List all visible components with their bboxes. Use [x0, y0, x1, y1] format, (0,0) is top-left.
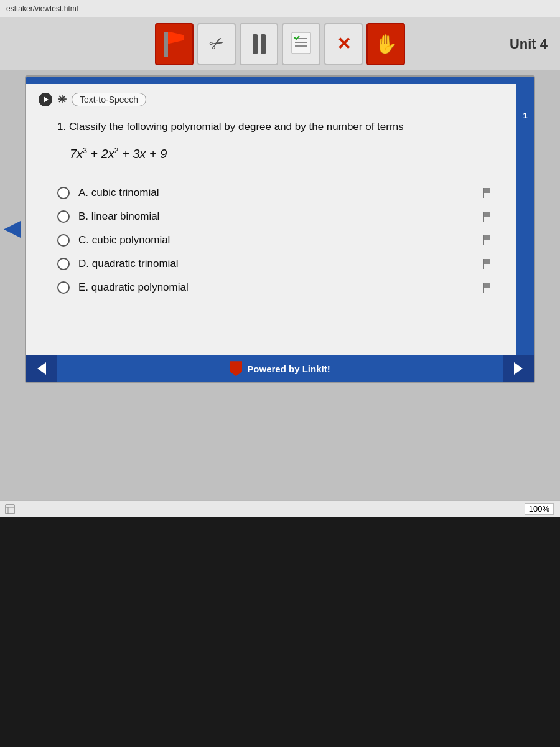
polynomial-expression: 7x3 + 2x2 + 3x + 9 — [70, 146, 515, 161]
pause-tool-button[interactable] — [240, 23, 278, 65]
main-content-area: 1 ✳ Text-to-Speech 1. Classify the follo… — [25, 75, 535, 383]
flag-small-icon-e — [482, 283, 490, 293]
black-bottom-area — [0, 517, 560, 747]
hand-icon: ✋ — [375, 33, 398, 55]
content-header-bar — [26, 77, 534, 84]
tts-bar: ✳ Text-to-Speech — [26, 84, 534, 113]
status-icon-1 — [5, 504, 15, 514]
linkit-icon — [230, 361, 242, 376]
checklist-tool-button[interactable] — [282, 23, 320, 65]
choice-row-a: A. cubic trinomial — [57, 187, 515, 199]
pause-icon — [253, 34, 266, 54]
status-icons — [5, 504, 19, 514]
choice-flag-d[interactable] — [482, 258, 490, 270]
browser-bar: esttaker/viewtest.html — [0, 0, 560, 17]
checklist-icon — [291, 31, 312, 57]
x-icon: ✕ — [337, 34, 351, 54]
choice-text-e: E. quadratic polynomial — [78, 281, 189, 294]
choice-radio-e[interactable] — [57, 281, 70, 294]
flag-icon — [162, 35, 187, 54]
choice-row-e: E. quadratic polynomial — [57, 281, 515, 294]
choice-radio-a[interactable] — [57, 187, 70, 199]
x-tool-button[interactable]: ✕ — [324, 23, 363, 65]
choice-text-c: C. cubic polynomial — [78, 234, 170, 247]
toolbar: ✂ ✕ ✋ Unit 4 — [0, 17, 560, 70]
choice-row-d: D. quadratic trinomial — [57, 258, 515, 270]
choice-radio-b[interactable] — [57, 210, 70, 223]
choice-row-b: B. linear binomial — [57, 210, 515, 223]
flag-tool-button[interactable] — [155, 23, 194, 65]
question-number-sidebar: 1 — [516, 77, 534, 382]
choice-text-a: A. cubic trinomial — [78, 187, 159, 199]
scissors-icon: ✂ — [205, 31, 228, 56]
question-number: 1. — [57, 121, 66, 133]
zoom-level: 100% — [525, 503, 554, 515]
question-text: 1. Classify the following polynomial by … — [57, 119, 515, 135]
tts-asterisk-icon: ✳ — [57, 93, 67, 106]
browser-url: esttaker/viewtest.html — [6, 4, 78, 13]
tts-play-button[interactable] — [39, 93, 52, 106]
svg-rect-4 — [6, 505, 14, 514]
choice-text-b: B. linear binomial — [78, 210, 159, 223]
next-button[interactable] — [503, 355, 534, 382]
content-wrapper: 1 ✳ Text-to-Speech 1. Classify the follo… — [12, 75, 548, 383]
scissors-tool-button[interactable]: ✂ — [197, 23, 236, 65]
flag-small-icon-c — [482, 235, 490, 245]
choice-text-d: D. quadratic trinomial — [78, 258, 179, 270]
question-body: Classify the following polynomial by deg… — [69, 121, 404, 133]
choices-area: A. cubic trinomial B. linear binomial C.… — [26, 187, 534, 355]
unit-label: Unit 4 — [510, 36, 548, 52]
status-divider — [19, 504, 19, 514]
choice-flag-b[interactable] — [482, 211, 490, 222]
tts-label[interactable]: Text-to-Speech — [72, 93, 146, 106]
left-nav-arrow[interactable] — [4, 221, 21, 238]
choice-row-c: C. cubic polynomial — [57, 234, 515, 247]
flag-small-icon-b — [482, 212, 490, 222]
powered-by-text: Powered by LinkIt! — [230, 361, 330, 376]
hand-tool-button[interactable]: ✋ — [366, 23, 405, 65]
bottom-navigation-bar: Powered by LinkIt! — [26, 355, 534, 382]
question-area: 1. Classify the following polynomial by … — [26, 113, 534, 187]
choice-radio-d[interactable] — [57, 258, 70, 270]
flag-small-icon-a — [482, 188, 490, 198]
choice-flag-a[interactable] — [482, 187, 490, 199]
browser-status-bar: 100% — [0, 500, 560, 517]
choice-flag-e[interactable] — [482, 282, 490, 293]
choice-flag-c[interactable] — [482, 235, 490, 246]
choice-radio-c[interactable] — [57, 234, 70, 247]
back-button[interactable] — [26, 355, 57, 382]
flag-small-icon-d — [482, 259, 490, 269]
